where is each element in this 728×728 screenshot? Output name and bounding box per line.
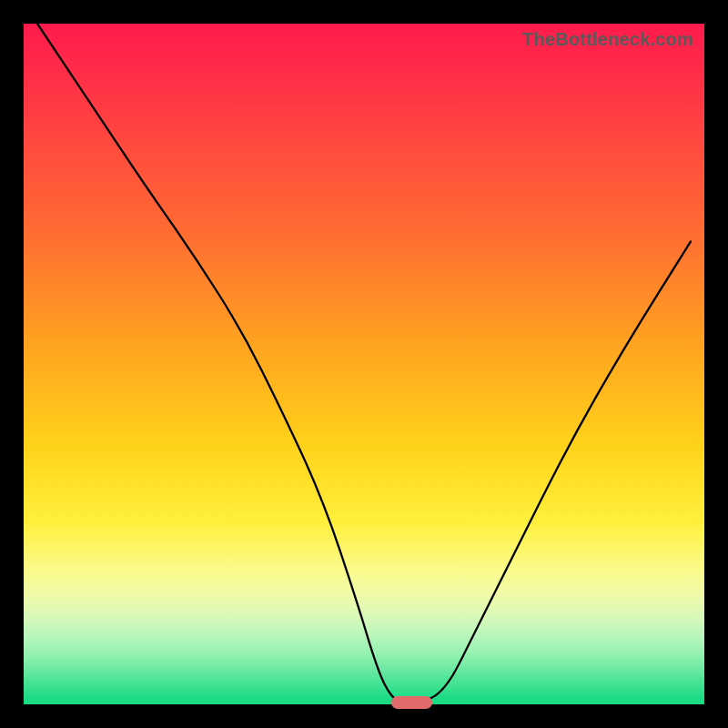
curve-path xyxy=(37,24,691,704)
bottleneck-curve xyxy=(24,24,704,704)
chart-frame: TheBottleneck.com xyxy=(0,0,728,728)
optimal-marker xyxy=(391,696,432,709)
plot-area: TheBottleneck.com xyxy=(24,24,704,704)
